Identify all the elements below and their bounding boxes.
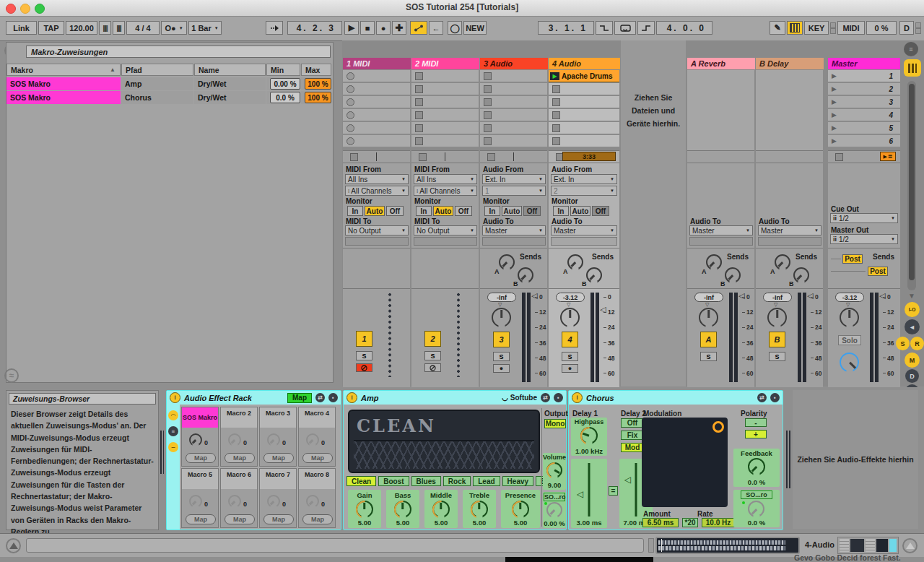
arm-record-button[interactable]: ● xyxy=(493,364,510,373)
amount-value-field[interactable]: 6.50 ms xyxy=(642,518,679,527)
send-b-knob[interactable] xyxy=(793,267,809,283)
bass-knob[interactable] xyxy=(394,501,411,518)
save-preset-icon[interactable]: ▪ xyxy=(554,393,563,402)
clip-slot[interactable] xyxy=(549,135,619,147)
scene-play-icon[interactable]: ▶ xyxy=(832,124,837,131)
session-scrollbar[interactable] xyxy=(907,81,916,290)
macro-map-button[interactable]: Map xyxy=(186,514,216,524)
loop-button[interactable] xyxy=(614,21,636,35)
clip-slot[interactable] xyxy=(549,122,619,134)
link-delays-button[interactable]: = xyxy=(609,486,618,496)
drywet-cell[interactable]: SO...ro 0.00 % xyxy=(543,492,566,528)
pan-knob[interactable] xyxy=(767,308,787,327)
reenable-automation-button[interactable]: ← xyxy=(429,21,443,35)
scene-play-icon[interactable]: ▶ xyxy=(832,111,837,118)
macro-name[interactable]: Macro 7 xyxy=(260,469,296,489)
output-type-menu[interactable]: Master xyxy=(689,225,753,235)
macro-cell[interactable]: Macro 20Map xyxy=(220,407,258,467)
amp-knob-cell[interactable]: Bass5.00 xyxy=(386,490,419,528)
clip-slot[interactable] xyxy=(343,96,410,108)
track-stop-button[interactable] xyxy=(487,153,495,161)
macro-knob[interactable] xyxy=(228,495,241,508)
pan-knob[interactable] xyxy=(560,308,580,327)
crossfade-curve-icon[interactable]: ≈ xyxy=(4,368,19,383)
session-overview-icon[interactable]: ≡ xyxy=(904,42,918,56)
column-header-pfad[interactable]: Pfad xyxy=(121,64,193,76)
pan-knob[interactable] xyxy=(492,308,511,327)
macro-cell[interactable]: Macro 40Map xyxy=(298,407,336,467)
device-drop-zone[interactable]: Ziehen Sie Audio-Effekte hierhin xyxy=(793,390,918,529)
macro-cell[interactable]: Macro 80Map xyxy=(298,468,336,528)
amp-drywet-knob[interactable] xyxy=(546,502,562,518)
monitor-auto-button[interactable]: Auto xyxy=(433,206,453,216)
send-b-knob[interactable] xyxy=(586,267,602,283)
track-activator-button[interactable]: 3 xyxy=(493,332,510,347)
preset-boost-button[interactable]: Boost xyxy=(378,476,409,486)
master-out-menu[interactable]: ii1/2 xyxy=(830,234,898,244)
clip-detail-toggle[interactable] xyxy=(904,59,921,77)
clip-overview-waveform[interactable] xyxy=(655,537,800,554)
save-preset-icon[interactable]: ▪ xyxy=(328,393,338,402)
panel-resize-handle[interactable] xyxy=(160,431,164,474)
macro-map-button[interactable]: Map xyxy=(225,453,255,463)
clip-slot[interactable] xyxy=(343,109,410,121)
device-chorus[interactable]: ⏽ Chorus ⇄ ▪ Delay 1 Highpass 1.00 kHz ◁… xyxy=(568,390,783,530)
cue-out-menu[interactable]: ii1/2 xyxy=(830,213,898,223)
amp-knob-cell[interactable]: Treble5.00 xyxy=(463,490,496,528)
amp-knob-cell[interactable]: Middle5.00 xyxy=(424,490,458,528)
show-returns-toggle[interactable]: ◄ xyxy=(905,319,920,334)
nudge-down-button[interactable]: |||| xyxy=(99,21,111,35)
scene-play-icon[interactable]: ▶ xyxy=(832,137,837,144)
clip-slot[interactable] xyxy=(549,109,619,121)
preset-lead-button[interactable]: Lead xyxy=(473,476,500,486)
solo-button[interactable]: S xyxy=(493,352,510,361)
tempo-field[interactable]: 120.00 xyxy=(66,21,97,35)
key-map-button[interactable]: KEY xyxy=(804,21,829,35)
scene-slot[interactable]: ▶2 xyxy=(828,83,900,95)
output-type-menu[interactable]: No Output xyxy=(414,225,477,235)
macro-name[interactable]: Macro 8 xyxy=(299,469,335,489)
hot-swap-icon[interactable]: ⇄ xyxy=(315,393,325,402)
macro-knob[interactable] xyxy=(267,433,280,446)
clip-slot[interactable] xyxy=(411,96,479,108)
scene-slot[interactable]: ▶5 xyxy=(828,122,900,134)
amp-volume-knob[interactable] xyxy=(546,462,562,478)
play-button[interactable]: ▶ xyxy=(344,21,359,35)
stop-button[interactable]: ■ xyxy=(360,21,375,35)
show-info-toggle[interactable] xyxy=(6,538,21,553)
monitor-auto-button[interactable]: Auto xyxy=(365,206,385,216)
arrangement-position-field[interactable]: 4. 2. 3 xyxy=(287,21,342,35)
macro-knob[interactable] xyxy=(306,495,319,508)
scene-play-icon[interactable]: ▶ xyxy=(832,72,837,79)
modulation-xy-pad[interactable] xyxy=(642,418,728,507)
clip-slot[interactable] xyxy=(343,135,410,147)
tap-tempo-button[interactable]: TAP xyxy=(38,21,64,35)
xy-pad-handle[interactable] xyxy=(712,421,724,433)
macro-cell[interactable]: Macro 70Map xyxy=(259,468,297,528)
column-header-name[interactable]: Name xyxy=(194,64,266,76)
track-activator-button[interactable]: 1 xyxy=(356,331,372,347)
arm-record-button[interactable] xyxy=(356,363,372,372)
loop-length-field[interactable]: 4. 0. 0 xyxy=(656,21,712,35)
quantization-menu[interactable]: 1 Bar▼ xyxy=(188,21,222,35)
input-channel-menu[interactable]: 1 xyxy=(482,186,546,196)
solo-button[interactable]: S xyxy=(700,352,717,361)
clip-slot[interactable] xyxy=(411,135,479,147)
input-channel-menu[interactable]: ⁞All Channels xyxy=(345,186,409,196)
track-stop-button[interactable] xyxy=(350,153,358,161)
macro-map-button[interactable]: Map xyxy=(302,514,333,524)
stop-all-clips-square[interactable] xyxy=(835,153,843,161)
clip-slot[interactable] xyxy=(480,109,547,121)
output-type-menu[interactable]: Master xyxy=(758,225,821,235)
macro-cell[interactable]: SOS Makro0Map xyxy=(181,407,219,467)
pan-knob[interactable] xyxy=(840,308,859,327)
device-title-bar[interactable]: ⏽ Amp ◡ Softube ⇄ ▪ xyxy=(344,391,566,405)
scene-play-icon[interactable]: ▶ xyxy=(832,98,837,105)
feedback-cell[interactable]: Feedback 0.0 % xyxy=(733,449,780,487)
scene-slot[interactable]: ▶4 xyxy=(828,109,900,121)
clip-slot[interactable] xyxy=(411,70,479,82)
clip-slot[interactable] xyxy=(480,70,547,82)
drywet-cell[interactable]: SO...ro 0.0 % xyxy=(733,490,780,527)
volume-cell[interactable]: Volume 9.00 xyxy=(543,453,566,490)
save-preset-icon[interactable]: ▪ xyxy=(770,393,780,402)
